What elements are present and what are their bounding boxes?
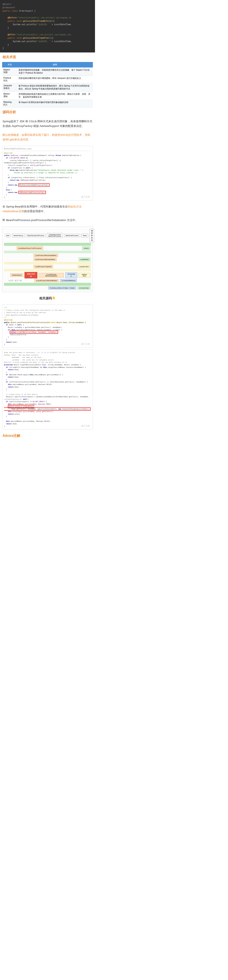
diag-pop: populate Bean [78,265,90,268]
th-term: 术语 [2,62,17,67]
code-text: } [3,47,4,49]
diag-aware: 10.Aware接口 [65,272,77,278]
para-3: 在 Spring Bean的生命周期中，代理对象的创建发生在初始化方法initi… [0,202,95,216]
diag-ibf: invokeBeanFactory PostProcessors [17,247,43,250]
term-cell: Pointcut切点 [2,76,17,83]
code-anno: @After [8,33,15,36]
diag-bf: BeanFactory [12,234,25,237]
para-2-highlight: 默认的策略是，如果目标类实现了接口，则使用JDK动态代理技术，否则使用Cglib… [0,130,95,144]
sub-source: 相关源码👇 [0,294,95,303]
diag-p11: 11.postProcess BeforeInitialization [39,273,64,277]
section-source: 源码分析 [0,107,95,117]
diag-bfpp: BeanFactoryPostProcess [26,234,46,237]
code-anno: @Before [8,16,16,19]
code-block-aspect: @Aspect @Component public class OrderAsp… [0,0,95,52]
para-1: Spring提供了 JDK 和 CGLib 两种方式来生成代理对象，具体使用哪种… [0,117,95,130]
watermark: 贰子三四 [81,424,90,428]
section-terms: 相关术语 [0,52,95,62]
diag-init: initialize Bean [79,273,90,277]
code-string: ("execution(public com.project.springaop… [15,33,71,36]
diag-bpp: BeanPostProcessor [64,234,80,237]
diag-p1: 1.preProcess BeforeInstantiation [33,254,58,257]
diag-gz: 公众号：贰子三四 [8,279,22,282]
code-text: } [8,27,9,29]
code-keyword: public void [8,20,23,22]
desc-cell: 将 Aspect 应用到目标对象并导致代理对象创建的过程 [17,100,93,107]
code-line: @Component [3,6,15,9]
code-keyword: public void [8,37,23,39]
diag-create: createBean [79,258,90,261]
terms-table-wrap: 术语解释 Aspect切面类是对物体特征的抽象，切面就是对横切关注点的抽象。每个… [0,62,95,107]
diag-p4: 4.preProcess AfterInstantiation [33,258,57,261]
diag-red-proxy: 创建代理对象 [24,272,37,278]
watermark: 贰子三四 [81,195,90,199]
diag-ib: initializeBean [10,273,23,277]
diag-bean: Bean [81,234,89,237]
code-text: (){ [50,37,54,39]
code-text: } [8,44,9,46]
desc-cell: 用来选择在哪些地方进行增强逻辑，即对 Joinpoint 进行拦截的定义 [17,76,93,83]
para-4: 即 BeanPostProcessor.postProcessAfterInit… [0,216,95,224]
lifecycle-diagram: start BeanFactory BeanFactoryPostProcess… [2,226,93,292]
code-line: @Aspect [3,3,11,5]
term-cell: Aspect切面 [2,67,17,76]
watermark: 贰子三四 [81,342,90,346]
code-text: + LocalDateTime. [51,23,72,25]
code-string: ("execution(public com.project.springaop… [16,16,71,19]
diag-m12: 12.invokeInitMethods [60,279,77,282]
diag-refresh: refresh [82,247,90,250]
diag-p7: 7.postProcess Properties [33,265,53,268]
desc-cell: 被 Pointcut 筛选出来的要增强逻辑的地方，因为 Spring 只支持方法… [17,83,93,92]
desc-cell: 类是对物体特征的抽象，切面就是对横切关注点的抽象。每个 Aspect 可以包含多… [17,67,93,76]
term-cell: Advice通知 [2,92,17,100]
section-advice: Advice注解 [0,431,95,441]
diag-ibpp: InstantiationAware BeanPostProcessor [47,233,63,238]
code-img-wrap: Wrap the given bean if necessary, i.e. i… [2,350,93,430]
term-cell: Joinpoint连接点 [2,83,17,92]
code-text: + LocalDateTime. [51,40,72,43]
desc-cell: 所谓通知指的就是拦截到连接点之后要执行的代码，通知分为前置、后置、异常、返回和环… [17,92,93,100]
code-method: getLocalDateTimeAfter [23,37,49,39]
code-img-postprocess: /** * Create a proxy with the configured… [2,305,93,348]
code-text: System.out.println( [13,40,37,43]
code-text: System.out.println( [13,23,37,25]
th-desc: 解释 [17,62,93,67]
code-keyword: public class [3,10,18,12]
code-string: "当前时间: " [37,40,51,43]
terms-table: 术语解释 Aspect切面类是对物体特征的抽象，切面就是对横切关注点的抽象。每个… [2,62,93,107]
code-text: OrderAspect { [18,10,35,12]
code-img-factory: DefaultAopProxyFactory.java @Override pu… [2,146,93,200]
code-method: getLocalDateTimeBefore [23,20,51,22]
term-cell: Weaving织入 [2,100,17,107]
diag-mode: 调用构造器 [90,229,94,242]
diag-des: 15.destroy-method 16.Dispo ? & Bean [48,286,76,290]
diag-start: start [5,234,11,237]
diag-doc: doCreate Bean [78,286,90,290]
file-tab: DefaultAopProxyFactory.java [4,148,91,151]
code-string: "当前时间: " [37,23,51,25]
diag-p13: 13.postProcess AfterInitialization [35,279,59,282]
code-text: (){ [51,20,55,22]
